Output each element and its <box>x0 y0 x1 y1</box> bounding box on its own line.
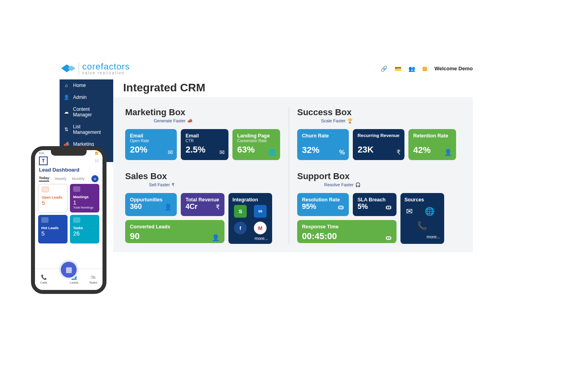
mail-icon <box>42 187 49 192</box>
phone-icon: 📞 <box>417 221 427 230</box>
card-opportunities[interactable]: Oppurtunities 360👤 <box>125 193 177 216</box>
column-divider <box>289 107 289 244</box>
sidebar-item-label: Admin <box>73 95 87 100</box>
card-email-ctr[interactable]: Email CTR 2.5% ✉ <box>181 129 228 160</box>
globe-icon: 🌐 <box>425 207 435 216</box>
person-icon: 👤 <box>212 234 220 241</box>
brand-tagline: value realization <box>82 71 130 75</box>
phone-notch <box>51 150 87 156</box>
phone-title: Lead Dashboard <box>35 167 103 173</box>
success-subtitle: Scale Faster🏆 <box>321 118 461 124</box>
phone-nav-tasks[interactable]: 🛍Tasks <box>89 274 97 284</box>
phone-tab-monthly[interactable]: Monthly <box>72 177 85 181</box>
logo-mark-icon <box>60 63 76 75</box>
phone-tile-open-leads[interactable]: Open Leads 5 <box>38 184 68 212</box>
rupee-icon: ₹ <box>172 182 174 187</box>
phone-status-icons: 📶 <box>95 152 99 155</box>
sidebar-item-label: List Management <box>73 124 109 135</box>
megaphone-icon: 📣 <box>187 118 193 123</box>
card-email-open[interactable]: Email Open Rate 20% ✉ <box>125 129 177 160</box>
integration-more[interactable]: more... <box>232 236 268 241</box>
success-title: Success Box <box>297 107 461 118</box>
sources-more[interactable]: more... <box>404 234 440 239</box>
card-resolution[interactable]: Resolution Rate 95%🎟 <box>297 193 349 216</box>
marketing-subtitle: Generate Faster📣 <box>154 118 289 124</box>
card-icon[interactable]: 💳 <box>395 66 401 72</box>
card-sla[interactable]: SLA Breach 5%🎟 <box>353 193 397 216</box>
rupee-icon: ₹ <box>216 203 220 211</box>
mail-icon: ✉ <box>406 207 413 216</box>
brand-name: corefactors <box>82 62 130 71</box>
card-response[interactable]: Response Time 00:45:00🎟 <box>297 220 397 243</box>
link-icon[interactable]: 🔗 <box>381 66 387 72</box>
phone-tile-tasks[interactable]: Tasks 26 <box>70 215 99 243</box>
phone-add-button[interactable]: + <box>91 175 99 182</box>
sidebar-item-label: Content Manager <box>73 106 109 118</box>
phone-fab-button[interactable]: ▦ <box>61 262 77 278</box>
phone-mockup: 9:41📶 T ∷ Lead Dashboard Today Weekly Mo… <box>31 146 106 294</box>
admin-icon: 👤 <box>64 95 69 100</box>
cloud-icon: ☁ <box>64 109 69 115</box>
mail-icon: ✉ <box>168 149 173 156</box>
right-column: Success Box Scale Faster🏆 Churn Rate 32%… <box>297 107 461 244</box>
sidebar-item-list[interactable]: ⇅List Management <box>60 121 113 138</box>
phone-icon: 📞 <box>41 274 47 280</box>
home-icon: ⌂ <box>64 83 69 88</box>
users-icon[interactable]: 👥 <box>408 66 415 72</box>
chip-more-brand[interactable]: M <box>254 222 267 234</box>
brand-logo[interactable]: corefactors value realization <box>60 62 130 75</box>
phone-menu-icon[interactable]: ∷ <box>95 158 99 164</box>
flame-icon <box>41 217 48 223</box>
phone-tab-weekly[interactable]: Weekly <box>55 177 66 181</box>
card-landing[interactable]: Landing Page Conversion Rate 63% 🌐 <box>232 129 280 160</box>
support-subtitle: Resolve Faster🎧 <box>324 182 461 187</box>
tasks-icon <box>73 217 80 223</box>
page-title: Integrated CRM <box>123 81 205 94</box>
list-icon[interactable]: ▤ <box>422 66 427 71</box>
person-icon: 👤 <box>444 149 452 156</box>
phone-app-icon[interactable]: T <box>39 156 48 165</box>
ticket-icon: 🎟 <box>338 204 344 211</box>
left-column: Marketing Box Generate Faster📣 Email Ope… <box>125 107 289 244</box>
chip-shopify[interactable]: S <box>234 205 247 218</box>
card-retention[interactable]: Retention Rate 42% 👤 <box>408 129 456 160</box>
phone-tabs: Today Weekly Monthly + <box>35 173 103 184</box>
sales-subtitle: Sell Faster₹ <box>149 182 289 187</box>
card-integration[interactable]: Integration S 99 f M more... <box>228 193 272 244</box>
card-sources[interactable]: Sources ✉🌐 📞 more... <box>400 193 444 244</box>
sidebar-item-admin[interactable]: 👤Admin <box>60 91 113 103</box>
trophy-icon: 🏆 <box>347 118 353 123</box>
phone-time: 9:41 <box>39 152 44 155</box>
rupee-icon: ₹ <box>397 149 400 156</box>
globe-icon: 🌐 <box>268 149 276 156</box>
bag-icon: 🛍 <box>91 274 95 280</box>
mail-icon: ✉ <box>219 149 224 156</box>
sales-title: Sales Box <box>125 171 289 182</box>
card-recurring[interactable]: Recurring Revenue 23K ₹ <box>353 129 404 160</box>
sidebar-item-home[interactable]: ⌂Home <box>60 79 113 91</box>
marketing-title: Marketing Box <box>125 107 289 118</box>
phone-nav-calls[interactable]: 📞Calls <box>40 274 47 284</box>
ticket-icon: 🎟 <box>385 204 392 211</box>
phone-bottom-nav: ▦ 📞Calls ·· 👥Leads 🛍Tasks <box>35 268 103 290</box>
percent-icon: % <box>339 149 345 156</box>
ticket-icon: 🎟 <box>385 234 392 241</box>
welcome-label[interactable]: Welcome Demo <box>434 66 473 71</box>
phone-tile-hot-leads[interactable]: Hot Leads 5 <box>38 215 68 243</box>
chip-facebook[interactable]: f <box>234 222 247 234</box>
sidebar-item-label: Home <box>73 83 86 88</box>
card-converted[interactable]: Converted Leads 90👤 <box>125 220 224 243</box>
headset-icon: 🎧 <box>355 182 361 187</box>
topbar: corefactors value realization 🔗 💳 👥 ▤ We… <box>60 60 473 77</box>
dashboard-panel: Marketing Box Generate Faster📣 Email Ope… <box>113 97 473 252</box>
chip-99acres[interactable]: 99 <box>254 205 267 218</box>
calendar-icon <box>73 186 80 192</box>
card-revenue[interactable]: Total Revenue 4Cr₹ <box>181 193 224 216</box>
person-icon: 👤 <box>164 203 172 211</box>
phone-tile-meetings[interactable]: Meetings 1 Total Meetings <box>70 184 99 212</box>
list-mgmt-icon: ⇅ <box>64 127 69 132</box>
support-title: Support Box <box>297 171 461 182</box>
sidebar-item-content[interactable]: ☁Content Manager <box>60 103 113 121</box>
phone-tab-today[interactable]: Today <box>39 176 49 182</box>
card-churn[interactable]: Churn Rate 32% % <box>297 129 349 160</box>
